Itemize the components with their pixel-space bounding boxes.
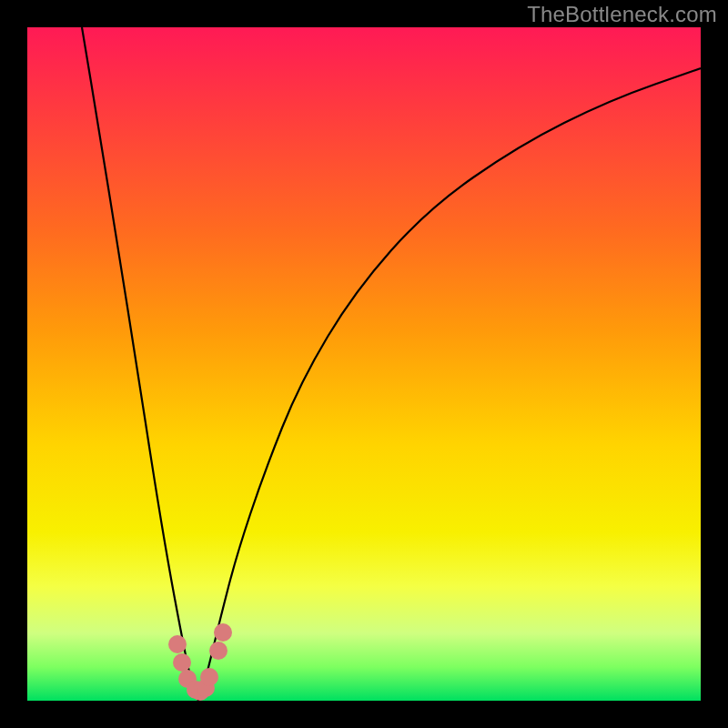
plot-area xyxy=(27,27,701,701)
curve-svg xyxy=(27,27,701,701)
marker-dot xyxy=(168,635,187,653)
marker-dot xyxy=(173,653,191,672)
marker-cluster xyxy=(168,623,232,701)
watermark-text: TheBottleneck.com xyxy=(527,2,717,27)
marker-dot xyxy=(200,668,218,686)
marker-dot xyxy=(209,642,228,660)
marker-dot xyxy=(214,623,232,642)
chart-outer-frame: TheBottleneck.com xyxy=(0,0,728,728)
left-branch-curve xyxy=(82,27,198,701)
right-branch-curve xyxy=(198,68,701,701)
